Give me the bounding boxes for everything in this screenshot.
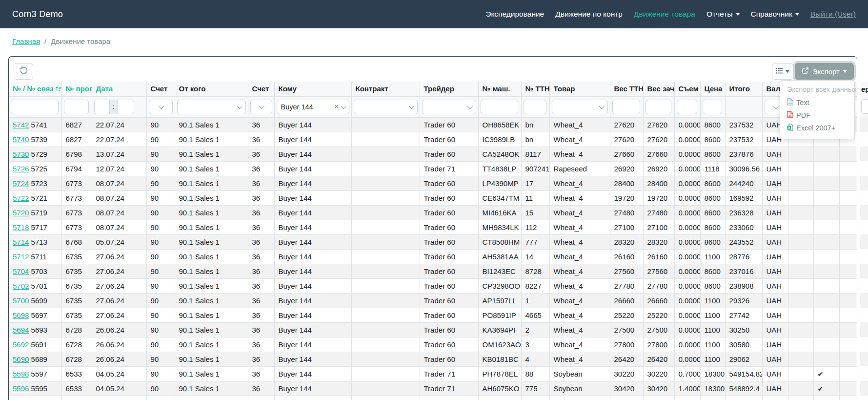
filter-input-removal[interactable] (677, 100, 697, 114)
cell-removal: 0.0000 (674, 308, 700, 322)
cell-trader: Trader 60 (420, 190, 478, 205)
cell-from: 90.1 Sales 1 (175, 249, 248, 264)
cell-from: 90.1 Sales 1 (175, 234, 248, 249)
filter-input-num[interactable] (11, 100, 59, 114)
cell-prov: 6735 (61, 293, 92, 308)
record-link[interactable]: 5694 (13, 326, 29, 334)
record-link[interactable]: 5702 (13, 282, 29, 290)
record-link[interactable]: 5718 (13, 223, 29, 232)
cell-date (92, 396, 146, 400)
nav-item-экспедирование[interactable]: Экспедирование (485, 10, 544, 19)
cell-ttn: 4 (521, 352, 549, 366)
record-link[interactable]: 5742 (13, 121, 29, 129)
record-link[interactable]: 5700 (13, 296, 29, 305)
export-menu-item-excel[interactable]: Excel 2007+ (780, 122, 854, 134)
cell-acc-to: 36 (248, 264, 274, 278)
cell-price: 18300 (700, 381, 725, 396)
filter-input-price[interactable] (703, 100, 722, 114)
cell-to: Buyer 144 (274, 176, 351, 190)
filter-input-weight-net[interactable] (646, 100, 671, 114)
filter-cell-price (700, 96, 725, 117)
filter-combo-to[interactable]: Buyer 144✕ (277, 100, 349, 114)
export-menu-item-pdf[interactable]: PDF (780, 109, 854, 122)
cell-to (274, 396, 351, 400)
filter-select-acc-from[interactable] (149, 100, 173, 114)
nav-item-движение-товара[interactable]: Движение товара (634, 10, 695, 19)
record-link[interactable]: 5596 (13, 384, 29, 393)
record-link[interactable]: 5726 (13, 165, 29, 173)
filter-select-from[interactable] (177, 100, 246, 114)
nav-item-движение-по-контр[interactable]: Движение по контр (555, 10, 623, 19)
filter-input-weight-ttn[interactable] (612, 100, 640, 114)
cell-date: 26.06.24 (92, 322, 146, 337)
cell-acc-to: 36 (248, 176, 274, 190)
record-link[interactable]: 5698 (13, 311, 29, 319)
cell-status (813, 278, 839, 293)
logout-link[interactable]: Выйти (User) (810, 10, 856, 19)
record-link[interactable]: 5712 (13, 253, 29, 261)
record-link[interactable]: 5704 (13, 267, 29, 275)
cell-to: Buyer 144 (274, 308, 351, 322)
cell-date: 26.06.24 (92, 337, 146, 352)
cell-price: 8600 (700, 264, 725, 278)
app-brand[interactable]: Corn3 Demo (12, 9, 63, 20)
export-button[interactable]: Экспорт (795, 63, 854, 80)
record-link[interactable]: 5598 (13, 370, 29, 378)
table-row: 5698 5697673527.06.249090.1 Sales 136Buy… (9, 308, 857, 322)
record-link[interactable]: 5720 (13, 209, 29, 217)
filter-input-ttn[interactable] (524, 100, 546, 114)
cell-status (813, 147, 839, 161)
sort-link-date[interactable]: Дата (96, 84, 113, 93)
table-row: 5730 5729679813.07.249090.1 Sales 136Buy… (9, 147, 857, 161)
sort-link-num[interactable]: № / № связ (13, 84, 54, 93)
export-menu-item-text[interactable]: Text (780, 96, 854, 109)
cell-contract (351, 205, 420, 220)
filter-cell-total (725, 96, 762, 117)
filter-date-from[interactable] (95, 100, 109, 114)
filter-date-to[interactable] (118, 100, 133, 114)
filter-input-truck[interactable] (481, 100, 518, 114)
cell-weight-net: 27560 (643, 264, 674, 278)
filter-input-prov[interactable] (64, 100, 89, 114)
cell-extra-2 (839, 147, 857, 161)
cell-from: 90.1 Sales 1 (175, 220, 248, 234)
clear-icon[interactable]: ✕ (334, 104, 339, 109)
record-link[interactable]: 5722 (13, 194, 29, 202)
record-link[interactable]: 5730 (13, 150, 29, 158)
filter-select-contract[interactable] (354, 100, 418, 114)
cell-removal: 0.0000 (674, 352, 700, 366)
cell-acc-to: 36 (248, 147, 274, 161)
record-link[interactable]: 5724 (13, 179, 29, 188)
cell-weight-ttn: 28400 (610, 176, 643, 190)
cell-acc-from: 90 (146, 352, 175, 366)
breadcrumb-home-link[interactable]: Главная (12, 37, 40, 45)
record-link[interactable]: 5692 (13, 340, 29, 349)
cell-extra-2 (839, 352, 857, 366)
sort-link-prov[interactable]: № пров. (66, 84, 92, 93)
cell-ttn: 1 (521, 293, 549, 308)
cell-trader: Trader 60 (420, 264, 478, 278)
breadcrumb-separator: / (44, 37, 46, 45)
cell-currency: UAH (762, 161, 788, 176)
record-link[interactable]: 5690 (13, 355, 29, 363)
record-link[interactable]: 5714 (13, 238, 29, 246)
nav-item-справочник[interactable]: Справочник (751, 10, 799, 19)
export-button-label: Экспорт (812, 67, 840, 76)
cell-extra-1 (788, 161, 813, 176)
record-link[interactable]: 5740 (13, 135, 29, 144)
cell-contract (351, 249, 420, 264)
cell-truck: LP4390MP (478, 176, 521, 190)
cell-trader: Trader 60 (420, 176, 478, 190)
cell-currency: UAH (762, 264, 788, 278)
cell-ttn: 907241 (521, 161, 549, 176)
refresh-button[interactable] (14, 63, 33, 80)
nav-item-отчеты[interactable]: Отчеты (707, 10, 740, 19)
filter-select-trader[interactable] (422, 100, 476, 114)
cell-trader: Trader 71 (420, 366, 478, 381)
filter-select-product[interactable] (552, 100, 608, 114)
column-settings-button[interactable] (772, 63, 793, 80)
clipped-column-filter[interactable] (861, 99, 868, 114)
filter-select-acc-to[interactable] (250, 100, 272, 114)
cell-num: 5714 5713 (9, 234, 61, 249)
cell-from: 90.1 Sales 1 (175, 381, 248, 396)
